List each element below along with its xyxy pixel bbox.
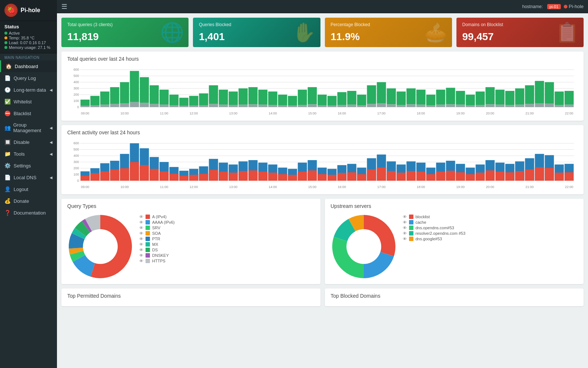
dashboard-icon: 🏠: [6, 63, 12, 69]
sidebar-brand: 🍓 Pi-hole: [0, 0, 57, 21]
hamburger-icon[interactable]: ☰: [61, 3, 67, 11]
sidebar-item-donate[interactable]: 💰 Donate: [0, 195, 57, 207]
eye-cache[interactable]: 👁: [403, 220, 407, 224]
sidebar-item-donate-label: Donate: [14, 198, 29, 204]
legend-item-blocklist: 👁 blocklist: [403, 215, 578, 219]
sidebar-item-dashboard-label: Dashboard: [15, 64, 38, 69]
topbar-pihole-label: Pi-hole: [569, 4, 584, 9]
eye-srv[interactable]: 👁: [139, 226, 143, 230]
eye-dnskey[interactable]: 👁: [139, 253, 143, 258]
sidebar-item-querylog-label: Query Log: [14, 75, 36, 81]
brand-logo: 🍓: [4, 4, 18, 17]
chart-client-activity-area: [67, 138, 578, 190]
status-load-label: Load: 0.07 0.16 0.17: [9, 40, 46, 45]
sidebar-item-logout[interactable]: 👤 Logout: [0, 183, 57, 195]
eye-resolver2[interactable]: 👁: [403, 231, 407, 236]
dot-load: [4, 41, 7, 44]
legend-item-resolver2: 👁 resolver2.opendns.com #53: [403, 231, 578, 236]
eye-ipv6[interactable]: 👁: [139, 220, 143, 224]
sidebar-item-localdns-label: Local DNS: [14, 175, 36, 180]
status-memory: Memory usage: 27.1 %: [4, 45, 53, 50]
eye-mx[interactable]: 👁: [139, 242, 143, 247]
query-types-title: Query Types: [67, 203, 315, 209]
longtermdata-arrow: ◀: [50, 88, 53, 92]
query-types-card: Query Types 👁 A (IPv4) 👁: [61, 199, 320, 284]
status-load: Load: 0.07 0.16 0.17: [4, 40, 53, 45]
sidebar-item-logout-label: Logout: [14, 187, 28, 192]
topbar-pihole: Pi-hole: [564, 4, 584, 9]
legend-color-cache: [409, 220, 413, 224]
stat-card-total-queries: Total queries (3 clients) 11,819 🌐: [61, 18, 189, 47]
whitelist-icon: ✅: [4, 99, 11, 105]
chart-total-queries-canvas: [67, 65, 578, 116]
legend-label-ipv4: A (IPv4): [152, 215, 166, 219]
sidebar-item-disable[interactable]: 🔲 Disable ◀: [0, 136, 57, 148]
sidebar: 🍓 Pi-hole Status Active Temp: 35.8 °C Lo…: [0, 0, 57, 368]
query-types-content: 👁 A (IPv4) 👁 AAAA (IPv6) 👁 SRV: [67, 213, 315, 280]
status-active: Active: [4, 31, 53, 35]
chart-total-queries-area: [67, 65, 578, 116]
legend-label-https: HTTPS: [152, 259, 165, 263]
sidebar-item-localdns[interactable]: 📄 Local DNS ◀: [0, 171, 57, 183]
localdns-arrow: ◀: [50, 176, 53, 180]
legend-color-srv: [146, 226, 150, 230]
eye-blocklist[interactable]: 👁: [403, 215, 407, 219]
logout-icon: 👤: [4, 186, 11, 192]
legend-item-ptr: 👁 PTR: [139, 237, 315, 241]
sidebar-item-dashboard[interactable]: 🏠 Dashboard: [0, 60, 57, 72]
sidebar-item-blacklist[interactable]: ⛔ Blacklist: [0, 107, 57, 119]
tools-icon: 📁: [4, 151, 11, 157]
sidebar-item-documentation-label: Documentation: [14, 210, 46, 216]
querylog-icon: 📄: [4, 75, 11, 81]
legend-item-soa: 👁 SOA: [139, 231, 315, 236]
legend-item-srv: 👁 SRV: [139, 226, 315, 230]
sidebar-item-settings-label: Settings: [14, 163, 31, 169]
eye-soa[interactable]: 👁: [139, 231, 143, 236]
eye-ptr[interactable]: 👁: [139, 237, 143, 241]
top-blocked-title: Top Blocked Domains: [331, 293, 578, 299]
sidebar-item-groupmanagement[interactable]: 👥 Group Management ◀: [0, 119, 57, 136]
query-types-donut-canvas: [67, 213, 133, 280]
legend-color-ptr: [146, 237, 150, 241]
sidebar-item-settings[interactable]: ⚙️ Settings: [0, 160, 57, 171]
upstream-servers-donut: [331, 213, 397, 280]
sidebar-item-whitelist[interactable]: ✅ Whitelist: [0, 96, 57, 107]
status-temp: Temp: 35.8 °C: [4, 36, 53, 40]
legend-item-mx: 👁 MX: [139, 242, 315, 247]
sidebar-item-longtermdata[interactable]: 🕐 Long-term data ◀: [0, 84, 57, 96]
legend-label-blocklist: blocklist: [416, 215, 430, 219]
chart-client-activity: Client activity over last 24 hours: [61, 125, 584, 194]
eye-opendns53[interactable]: 👁: [403, 226, 407, 230]
upstream-servers-legend: 👁 blocklist 👁 cache 👁 dns.open: [403, 213, 578, 242]
sidebar-item-querylog[interactable]: 📄 Query Log: [0, 72, 57, 84]
chart-client-activity-canvas: [67, 138, 578, 190]
legend-item-ds: 👁 DS: [139, 248, 315, 252]
sidebar-item-longtermdata-label: Long-term data: [14, 87, 46, 93]
sidebar-item-groupmanagement-label: Group Management: [13, 122, 47, 133]
content-area: Total queries over last 24 hours Client …: [57, 47, 588, 368]
topbar-hostname-label: hostname:: [522, 4, 543, 9]
blacklist-icon: ⛔: [4, 110, 11, 116]
stat-card-domains-blocklist-icon: 📋: [555, 21, 579, 44]
legend-color-opendns53: [409, 226, 413, 230]
legend-item-googleDNS: 👁 dns.google#53: [403, 237, 578, 241]
sidebar-item-tools[interactable]: 📁 Tools ◀: [0, 148, 57, 160]
groupmanagement-arrow: ◀: [50, 126, 53, 130]
upstream-servers-donut-canvas: [331, 213, 397, 280]
legend-label-dnskey: DNSKEY: [152, 253, 169, 258]
eye-googleDNS[interactable]: 👁: [403, 237, 407, 241]
stat-card-total-queries-icon: 🌐: [160, 21, 184, 44]
main-content: ☰ hostname: pi-01 Pi-hole Total queries …: [57, 0, 588, 368]
top-blocked-card: Top Blocked Domains: [325, 289, 584, 306]
eye-ipv4[interactable]: 👁: [139, 215, 143, 219]
eye-ds[interactable]: 👁: [139, 248, 143, 252]
sidebar-item-disable-label: Disable: [14, 139, 29, 145]
sidebar-item-whitelist-label: Whitelist: [14, 99, 32, 105]
eye-https[interactable]: 👁: [139, 259, 143, 263]
legend-color-soa: [146, 231, 150, 236]
status-title: Status: [4, 24, 53, 29]
stat-card-queries-blocked-icon: ✋: [292, 21, 316, 44]
sidebar-item-documentation[interactable]: ❓ Documentation: [0, 207, 57, 219]
stat-card-percentage-blocked: Percentage Blocked 11.9% 🥧: [325, 18, 452, 47]
legend-color-googleDNS: [409, 237, 413, 241]
